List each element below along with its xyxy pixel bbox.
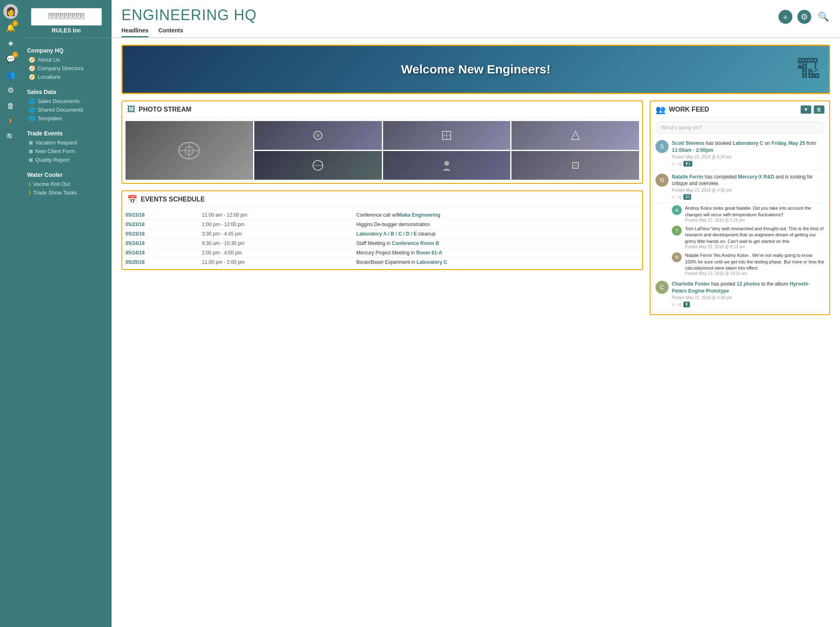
templates-icon: 🌐 xyxy=(29,115,35,121)
photo-2[interactable] xyxy=(254,121,382,150)
feed-input[interactable]: What's going on? xyxy=(655,121,824,133)
event-date: 05/25/18 xyxy=(122,258,199,267)
engine-photo-7 xyxy=(569,159,582,172)
event-link[interactable]: Laboratory A / B / C / D / E xyxy=(356,231,417,237)
notifications-icon[interactable]: 🔔 4 xyxy=(4,21,17,34)
people-icon[interactable]: 👥 xyxy=(4,68,17,81)
user-avatar[interactable]: 👩 xyxy=(3,4,18,19)
feed-comment-icon[interactable]: ◁ xyxy=(677,194,681,200)
sidebar-item-vacation-request[interactable]: ▦ Vacation Request xyxy=(27,138,106,147)
event-time: 9:30 am - 10:30 pm xyxy=(199,239,353,248)
commenter-link2[interactable]: Andrey Kolov xyxy=(721,253,748,258)
icon-rail: 👩 🔔 4 ★ 💬 2 👥 ⚙ 🗑 🚶 🔍 xyxy=(0,0,21,627)
search-button[interactable]: 🔍 xyxy=(816,10,830,24)
work-feed-actions: ▼ 🗑 xyxy=(801,105,824,114)
comment-meta: Posted May 23, 2018 @ 10:30 am xyxy=(685,271,824,276)
photo-4[interactable] xyxy=(511,121,639,150)
event-time: 11:00 pm - 2:00 pm xyxy=(199,258,353,267)
settings-button[interactable]: ⚙ xyxy=(797,10,811,24)
sidebar-item-shared-documents[interactable]: 🌐 Shared Documents xyxy=(27,105,106,114)
trash-icon[interactable]: 🗑 xyxy=(4,99,17,112)
feed-item: N Natalie Ferrin has completed Mercury-X… xyxy=(651,170,829,204)
engine-photo-4 xyxy=(569,129,582,142)
sidebar-item-trade-show-tasks[interactable]: ℹ Trade Show Tasks xyxy=(27,188,106,197)
event-link[interactable]: Miaka Engineering xyxy=(397,212,440,218)
search-rail-icon[interactable]: 🔍 xyxy=(4,130,17,144)
sidebar-item-company-directors[interactable]: 🧭 Company Directors xyxy=(27,64,106,73)
sidebar-item-quality-report[interactable]: ▦ Quality Report xyxy=(27,156,106,164)
feed-meta: Posted May 22, 2018 @ 4:36 pm xyxy=(672,295,824,300)
feed-link3[interactable]: 11:00am - 2:00pm xyxy=(672,147,713,153)
photo-stream-header: 🖼 PHOTO STREAM xyxy=(122,101,642,118)
sidebar-item-vaccine-roll-out[interactable]: ℹ Vacine Roll Out xyxy=(27,180,106,188)
tab-contents[interactable]: Contents xyxy=(158,27,183,37)
feed-user-link[interactable]: Natalie Ferrin xyxy=(672,174,703,180)
sidebar-item-new-client-form[interactable]: ▦ New Client Form xyxy=(27,147,106,156)
comment-meta: Posted May 23, 2018 @ 8:19 am xyxy=(685,245,824,249)
walk-icon[interactable]: 🚶 xyxy=(4,115,17,128)
event-desc: Higgins De-bugger demonstration xyxy=(353,220,642,229)
event-desc: Conference call w/Miaka Engineering xyxy=(353,211,642,220)
event-link[interactable]: Room 61-A xyxy=(416,250,442,256)
feed-actions: ○ ◁ ⬆ xyxy=(672,302,824,307)
locations-icon: 🧭 xyxy=(29,74,35,80)
company-directors-icon: 🧭 xyxy=(29,65,35,71)
feed-share-icon[interactable]: ⬆1 xyxy=(683,161,692,167)
sidebar-item-locations[interactable]: 🧭 Locations xyxy=(27,73,106,81)
feed-user-link[interactable]: Charlotte Foster xyxy=(672,281,710,287)
table-row: 05/23/18 3:30 pm - 4:45 pm Laboratory A … xyxy=(122,229,642,239)
work-feed-delete-button[interactable]: 🗑 xyxy=(814,105,824,114)
feed-content: Natalie Ferrin has completed Mercury-X R… xyxy=(672,174,824,200)
sidebar-section-company-hq: Company HQ 🧭 About Us 🧭 Company Director… xyxy=(21,42,112,84)
photo-5[interactable] xyxy=(254,151,382,180)
sidebar-item-templates[interactable]: 🌐 Templates xyxy=(27,114,106,123)
table-row: 05/23/18 1:00 pm - 12:00 pm Higgins De-b… xyxy=(122,220,642,229)
main-body: 🏗 Welcome New Engineers! 🖼 PHOTO STREAM xyxy=(112,38,840,627)
engine-photo-2 xyxy=(312,129,324,142)
messages-icon[interactable]: 💬 2 xyxy=(4,53,17,66)
new-client-form-icon: ▦ xyxy=(29,149,33,154)
feed-text: Charlotte Foster has posted 12 photos to… xyxy=(672,281,824,295)
feed-link1[interactable]: Mercury-X R&D xyxy=(738,174,774,180)
work-feed-filter-button[interactable]: ▼ xyxy=(801,105,811,114)
feed-like-icon[interactable]: ○ xyxy=(672,194,675,200)
sidebar-item-sales-documents[interactable]: 🌐 Sales Documents xyxy=(27,97,106,105)
feed-comment-icon[interactable]: ◁ xyxy=(677,161,681,167)
comment-text: Natalie Ferrin Yes Andrey Kolov . We're … xyxy=(685,252,824,271)
feed-link2[interactable]: Friday, May 25 xyxy=(772,140,805,146)
table-row: 05/23/18 11:00 am - 12:00 pm Conference … xyxy=(122,211,642,220)
comment-avatar: N xyxy=(672,252,682,262)
section-title-water-cooler: Water Cooler xyxy=(27,172,106,178)
message-badge: 2 xyxy=(12,52,18,57)
feed-link1[interactable]: Laboratory C xyxy=(733,140,763,146)
feed-like-icon[interactable]: ○ xyxy=(672,302,675,307)
table-row: 05/25/18 11:00 pm - 2:00 pm Boran/Baser … xyxy=(122,258,642,267)
quality-report-icon: ▦ xyxy=(29,157,33,162)
feed-avatar: S xyxy=(655,140,669,153)
feed-share-icon[interactable]: ⬆ xyxy=(683,302,690,307)
event-time: 1:00 pm - 12:00 pm xyxy=(199,220,353,229)
favorites-icon[interactable]: ★ xyxy=(4,37,17,50)
feed-like-icon[interactable]: ○ xyxy=(672,161,675,167)
photo-1[interactable] xyxy=(126,121,253,180)
photo-3[interactable] xyxy=(383,121,511,150)
commenter-link[interactable]: Natalie Ferrin xyxy=(685,253,712,258)
settings-icon[interactable]: ⚙ xyxy=(4,84,17,97)
tab-headlines[interactable]: Headlines xyxy=(121,27,148,37)
event-link[interactable]: Conference Room B xyxy=(392,240,439,246)
feed-user-link[interactable]: Scott Stevens xyxy=(672,140,704,146)
photo-6[interactable] xyxy=(383,151,511,180)
feed-link1[interactable]: 12 photos xyxy=(737,281,760,287)
event-link[interactable]: Laboratory C xyxy=(416,259,447,265)
commenter-link[interactable]: Andrey Kolov xyxy=(685,206,712,211)
sidebar-item-about-us[interactable]: 🧭 About Us xyxy=(27,55,106,64)
events-table: 05/23/18 11:00 am - 12:00 pm Conference … xyxy=(122,211,642,267)
feed-meta: Posted May 23, 2018 @ 9:24 am xyxy=(672,155,824,159)
feed-actions: ○ ◁ ⬆1 xyxy=(672,161,824,167)
commenter-link[interactable]: Tom LaFleur xyxy=(685,226,710,231)
shared-documents-icon: 🌐 xyxy=(29,107,35,113)
feed-comment-icon[interactable]: ◁ xyxy=(677,302,681,307)
photo-7[interactable] xyxy=(511,151,639,180)
add-button[interactable]: ＋ xyxy=(778,10,792,24)
svg-point-32 xyxy=(574,164,577,167)
